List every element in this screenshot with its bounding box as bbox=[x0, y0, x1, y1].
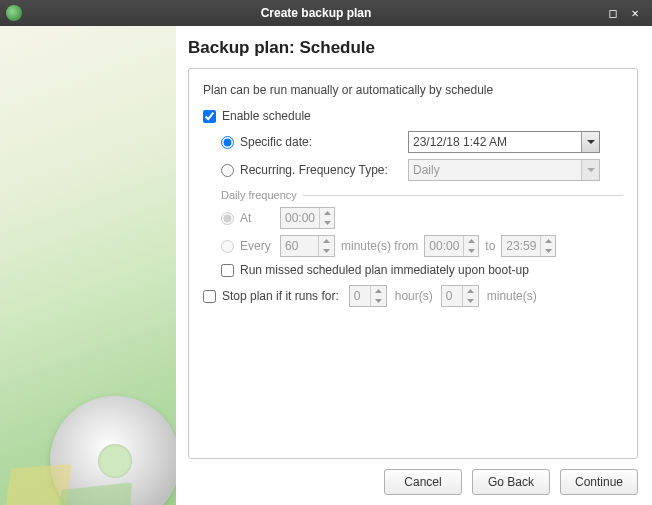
content-area: Backup plan: Schedule Plan can be run ma… bbox=[176, 26, 652, 505]
main: Backup plan: Schedule Plan can be run ma… bbox=[0, 26, 652, 505]
stop-plan-row: Stop plan if it runs for: 0 hour(s) 0 mi… bbox=[203, 285, 623, 307]
stop-hours-spinner: 0 bbox=[349, 285, 387, 307]
spinner-arrows bbox=[318, 236, 334, 256]
every-unit-label: minute(s) from bbox=[341, 239, 418, 253]
titlebar: Create backup plan □ ✕ bbox=[0, 0, 652, 26]
window-title: Create backup plan bbox=[30, 6, 602, 20]
divider bbox=[303, 195, 623, 196]
recurring-frequency-value: Daily bbox=[413, 163, 440, 177]
every-from-value: 00:00 bbox=[425, 239, 463, 253]
stop-hours-label: hour(s) bbox=[395, 289, 433, 303]
daily-every-row: Every 60 minute(s) from 00:00 to 23:59 bbox=[221, 235, 623, 257]
stop-minutes-spinner: 0 bbox=[441, 285, 479, 307]
daily-at-radio bbox=[221, 212, 234, 225]
spinner-arrows bbox=[462, 286, 478, 306]
enable-schedule-label: Enable schedule bbox=[222, 109, 311, 123]
maximize-button[interactable]: □ bbox=[602, 6, 624, 20]
close-button[interactable]: ✕ bbox=[624, 6, 646, 20]
bottom-options: Run missed scheduled plan immediately up… bbox=[203, 263, 623, 307]
daily-at-label: At bbox=[240, 211, 280, 225]
stop-minutes-value: 0 bbox=[442, 289, 462, 303]
spinner-arrows bbox=[319, 208, 334, 228]
daily-every-label: Every bbox=[240, 239, 280, 253]
wizard-sidebar bbox=[0, 26, 176, 505]
stop-plan-label: Stop plan if it runs for: bbox=[222, 289, 339, 303]
every-from-spinner: 00:00 bbox=[424, 235, 479, 257]
recurring-row: Recurring. Frequency Type: Daily bbox=[221, 159, 623, 181]
button-bar: Cancel Go Back Continue bbox=[188, 459, 638, 495]
enable-schedule-checkbox[interactable] bbox=[203, 110, 216, 123]
every-to-value: 23:59 bbox=[502, 239, 540, 253]
specific-date-radio[interactable] bbox=[221, 136, 234, 149]
specific-date-row: Specific date: 23/12/18 1:42 AM bbox=[221, 131, 623, 153]
spinner-arrows bbox=[370, 286, 386, 306]
dropdown-icon bbox=[581, 132, 599, 152]
schedule-panel: Plan can be run manually or automaticall… bbox=[188, 68, 638, 459]
every-to-spinner: 23:59 bbox=[501, 235, 556, 257]
stop-plan-checkbox[interactable] bbox=[203, 290, 216, 303]
dropdown-icon bbox=[581, 160, 599, 180]
every-to-label: to bbox=[485, 239, 495, 253]
run-missed-label: Run missed scheduled plan immediately up… bbox=[240, 263, 529, 277]
specific-date-value: 23/12/18 1:42 AM bbox=[413, 135, 507, 149]
every-minutes-spinner: 60 bbox=[280, 235, 335, 257]
page-heading: Backup plan: Schedule bbox=[188, 38, 638, 58]
recurring-label: Recurring. Frequency Type: bbox=[240, 163, 408, 177]
cancel-button[interactable]: Cancel bbox=[384, 469, 462, 495]
daily-at-row: At 00:00 bbox=[221, 207, 623, 229]
recurring-radio[interactable] bbox=[221, 164, 234, 177]
spinner-arrows bbox=[463, 236, 478, 256]
specific-date-combo[interactable]: 23/12/18 1:42 AM bbox=[408, 131, 600, 153]
run-missed-checkbox[interactable] bbox=[221, 264, 234, 277]
schedule-description: Plan can be run manually or automaticall… bbox=[203, 83, 623, 97]
go-back-button[interactable]: Go Back bbox=[472, 469, 550, 495]
every-minutes-value: 60 bbox=[281, 239, 318, 253]
specific-date-label: Specific date: bbox=[240, 135, 408, 149]
continue-button[interactable]: Continue bbox=[560, 469, 638, 495]
daily-every-radio bbox=[221, 240, 234, 253]
run-missed-row: Run missed scheduled plan immediately up… bbox=[221, 263, 623, 277]
spinner-arrows bbox=[540, 236, 555, 256]
recurring-frequency-combo: Daily bbox=[408, 159, 600, 181]
daily-frequency-legend-text: Daily frequency bbox=[221, 189, 297, 201]
daily-at-time-spinner: 00:00 bbox=[280, 207, 335, 229]
app-icon bbox=[6, 5, 22, 21]
stop-minutes-label: minute(s) bbox=[487, 289, 537, 303]
stop-hours-value: 0 bbox=[350, 289, 370, 303]
enable-schedule-row: Enable schedule bbox=[203, 109, 623, 123]
daily-frequency-legend: Daily frequency bbox=[221, 189, 623, 201]
daily-at-time-value: 00:00 bbox=[281, 211, 319, 225]
